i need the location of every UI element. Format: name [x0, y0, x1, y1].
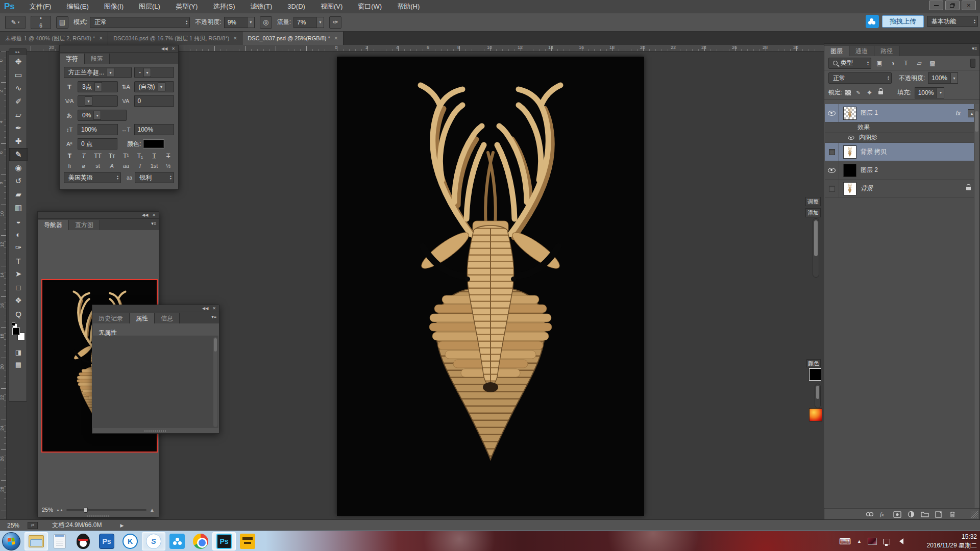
- color-panel-swatch[interactable]: [809, 368, 821, 381]
- taskbar-explorer[interactable]: [24, 532, 48, 550]
- shape-tool[interactable]: □: [9, 281, 28, 294]
- workspace-select[interactable]: 基本功能 ▴▾: [927, 16, 978, 27]
- document-tab-2[interactable]: DSC0346.psd @ 16.7% (图层 1 拷贝, RGB/8*) ×: [108, 32, 242, 45]
- default-swatches-icon[interactable]: [12, 322, 15, 326]
- collapse-panel-icon[interactable]: ◀◀: [142, 213, 148, 217]
- panel-menu-icon[interactable]: ▾≡: [972, 46, 977, 51]
- document-tab-1[interactable]: 未标题-1 @ 400% (图层 2, RGB/8) * ×: [0, 32, 108, 45]
- visibility-toggle[interactable]: [825, 161, 839, 179]
- tab-histogram[interactable]: 直方图: [69, 220, 100, 230]
- eraser-tool[interactable]: ▰: [9, 188, 28, 201]
- font-size-select[interactable]: 3点 ▾: [78, 81, 118, 92]
- text-style-button-5[interactable]: T₁: [134, 153, 146, 160]
- drag-upload-button[interactable]: 拖拽上传: [882, 15, 924, 28]
- layer-style-icon[interactable]: fx: [879, 510, 888, 518]
- screen-mode-button[interactable]: ▤: [9, 358, 28, 370]
- clone-stamp-tool[interactable]: ◉: [9, 161, 28, 174]
- opentype-button-6[interactable]: 1st: [149, 163, 160, 169]
- zoom-slider[interactable]: [66, 509, 146, 511]
- visibility-toggle[interactable]: [825, 104, 839, 122]
- path-selection-tool[interactable]: ➤: [9, 267, 28, 281]
- text-color-swatch[interactable]: [143, 140, 164, 148]
- status-swap-icon[interactable]: ⇄: [28, 522, 38, 529]
- color-ramp-swatch[interactable]: [809, 408, 822, 421]
- scrollbar[interactable]: [213, 337, 217, 427]
- tab-history[interactable]: 历史记录: [92, 313, 130, 323]
- visibility-toggle[interactable]: [825, 143, 839, 161]
- filter-adjustment-layers-icon[interactable]: ◑: [888, 60, 898, 67]
- pressure-opacity-icon[interactable]: ◎: [260, 16, 272, 29]
- layer-name[interactable]: 图层 2: [861, 166, 878, 174]
- menu-item-1[interactable]: 编辑(E): [59, 0, 96, 13]
- zoom-percentage-field[interactable]: 25%: [7, 522, 28, 529]
- panel-resize-grip[interactable]: [87, 515, 110, 517]
- airbrush-icon[interactable]: ✑: [329, 16, 341, 29]
- pen-tool[interactable]: ✑: [9, 241, 28, 254]
- navigator-zoom-value[interactable]: 25%: [42, 507, 53, 513]
- lasso-tool[interactable]: ∿: [9, 82, 28, 95]
- filter-shape-layers-icon[interactable]: ▱: [914, 60, 924, 67]
- menu-item-2[interactable]: 图像(I): [96, 0, 131, 13]
- tab-layers[interactable]: 图层: [824, 46, 849, 56]
- menu-item-0[interactable]: 文件(F): [22, 0, 59, 13]
- layer-thumbnail[interactable]: [843, 145, 856, 159]
- lock-all-icon[interactable]: [878, 91, 883, 94]
- text-style-button-2[interactable]: TT: [92, 153, 104, 160]
- layer-row-layer2[interactable]: 图层 2: [825, 161, 979, 180]
- quick-selection-tool[interactable]: ✐: [9, 95, 28, 108]
- text-style-button-4[interactable]: T¹: [120, 153, 132, 160]
- opentype-button-5[interactable]: T: [134, 163, 146, 169]
- panel-menu-icon[interactable]: ▾≡: [211, 314, 216, 319]
- new-layer-icon[interactable]: [934, 510, 943, 518]
- opentype-button-3[interactable]: A: [106, 163, 118, 169]
- menu-item-7[interactable]: 3D(D): [280, 0, 313, 13]
- document-canvas[interactable]: [337, 57, 644, 516]
- text-style-button-7[interactable]: T: [162, 153, 174, 160]
- tracking-field[interactable]: 0: [134, 95, 175, 107]
- zoom-slider-thumb[interactable]: [84, 507, 88, 513]
- opentype-button-4[interactable]: aa: [120, 163, 132, 169]
- tab-close-icon[interactable]: ×: [334, 35, 338, 42]
- vertical-scale-field[interactable]: 100%: [78, 124, 118, 135]
- layer-row-layer1[interactable]: 图层 1 fx ▴: [825, 104, 979, 122]
- gradient-tool[interactable]: ▥: [9, 201, 28, 214]
- filter-type-layers-icon[interactable]: T: [901, 60, 911, 67]
- zoom-tool[interactable]: Q: [9, 307, 28, 320]
- network-icon[interactable]: [883, 539, 890, 544]
- tsume-select[interactable]: 0% ▾: [78, 110, 127, 121]
- adjustment-layer-icon[interactable]: [906, 510, 916, 518]
- minimize-button[interactable]: [929, 1, 943, 10]
- type-tool[interactable]: T: [9, 254, 28, 267]
- menu-item-4[interactable]: 类型(Y): [168, 0, 205, 13]
- start-button[interactable]: [2, 532, 20, 550]
- text-style-button-0[interactable]: T: [64, 153, 76, 160]
- menu-item-9[interactable]: 窗口(W): [350, 0, 389, 13]
- taskbar-k-app[interactable]: K: [118, 532, 142, 550]
- menu-item-8[interactable]: 视图(V): [313, 0, 350, 13]
- tab-channels[interactable]: 通道: [849, 46, 874, 56]
- tab-navigator[interactable]: 导航器: [38, 220, 69, 230]
- effects-header-row[interactable]: 效果: [825, 122, 979, 133]
- opentype-button-2[interactable]: st: [92, 163, 104, 169]
- zoom-out-icon[interactable]: ▲▲: [56, 508, 63, 512]
- filter-smart-objects-icon[interactable]: ▩: [927, 60, 938, 67]
- flow-dropdown-button[interactable]: ▾: [316, 17, 324, 28]
- tab-paths[interactable]: 路径: [874, 46, 899, 56]
- layer-filter-select[interactable]: 类型 ▴▾: [828, 58, 871, 69]
- lock-transparency-icon[interactable]: [845, 90, 851, 95]
- tab-info[interactable]: 信息: [155, 313, 180, 323]
- collapsed-panel-scrollbar[interactable]: [813, 218, 819, 278]
- healing-brush-tool[interactable]: ✚: [9, 135, 28, 148]
- close-panel-icon[interactable]: ✕: [172, 46, 175, 51]
- zoom-in-icon[interactable]: ▲: [150, 507, 155, 513]
- panel-resize-grip[interactable]: [144, 430, 167, 432]
- tab-close-icon[interactable]: ×: [233, 35, 237, 42]
- brush-size-picker[interactable]: • 6: [31, 16, 51, 29]
- opentype-button-1[interactable]: ø: [78, 163, 90, 169]
- taskbar-clock[interactable]: 15:32 2016/11/29 星期二: [926, 533, 977, 550]
- color-collapsed-panel[interactable]: 颜色: [806, 359, 821, 367]
- taskbar-photoshop-cs6[interactable]: Ps: [212, 532, 236, 550]
- toolbar-collapse-icon[interactable]: ▸▸: [9, 49, 27, 55]
- baseline-shift-field[interactable]: 0 点: [78, 138, 117, 149]
- menu-item-6[interactable]: 滤镜(T): [243, 0, 280, 13]
